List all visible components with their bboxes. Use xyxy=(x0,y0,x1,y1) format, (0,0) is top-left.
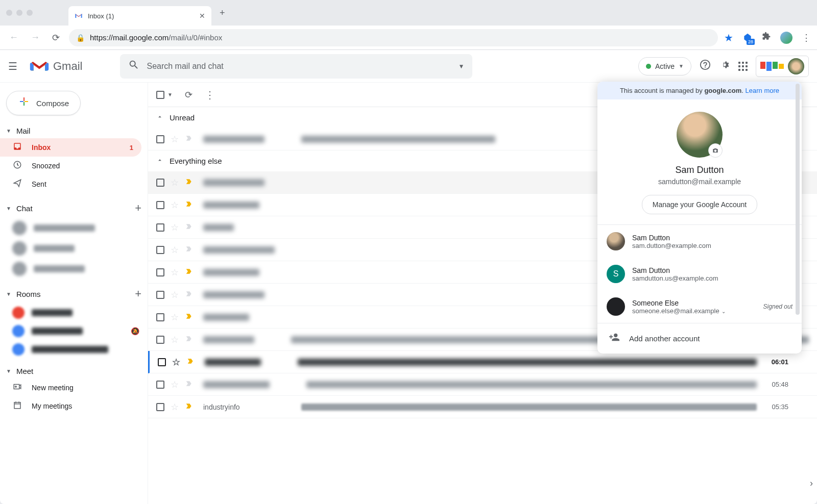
maximize-window[interactable] xyxy=(27,10,33,16)
star-icon[interactable]: ☆ xyxy=(171,134,179,145)
row-checkbox[interactable] xyxy=(156,268,164,276)
manage-account-button[interactable]: Manage your Google Account xyxy=(642,195,757,214)
close-window[interactable] xyxy=(6,10,12,16)
chat-section-header[interactable]: ▼ Chat + xyxy=(0,198,148,218)
sidebar-item-sent[interactable]: Sent xyxy=(0,175,141,193)
account-option[interactable]: S Sam Dutton samdutton.us@example.com xyxy=(597,258,802,290)
important-icon[interactable] xyxy=(185,380,193,390)
sidebar-item-inbox[interactable]: Inbox 1 xyxy=(0,138,141,157)
important-icon[interactable] xyxy=(185,245,193,255)
collapse-icon xyxy=(156,157,163,165)
learn-more-link[interactable]: Learn more xyxy=(746,87,779,94)
bookmark-star-icon[interactable]: ★ xyxy=(724,32,733,44)
forward-button[interactable]: → xyxy=(28,29,43,46)
google-apps-icon[interactable] xyxy=(738,62,748,71)
star-icon[interactable]: ☆ xyxy=(171,244,179,256)
star-icon[interactable]: ☆ xyxy=(171,267,179,278)
important-icon[interactable] xyxy=(185,267,193,278)
star-icon[interactable]: ☆ xyxy=(171,222,179,233)
account-avatar xyxy=(607,297,625,316)
star-icon[interactable]: ☆ xyxy=(171,199,179,211)
minimize-window[interactable] xyxy=(16,10,22,16)
row-checkbox[interactable] xyxy=(156,381,164,389)
star-icon[interactable]: ☆ xyxy=(171,379,179,390)
star-icon[interactable]: ☆ xyxy=(171,177,179,188)
change-photo-button[interactable] xyxy=(708,143,723,158)
sidebar-item-snoozed[interactable]: Snoozed xyxy=(0,157,141,175)
email-row[interactable]: ☆06:01 xyxy=(148,351,817,373)
extensions-icon[interactable] xyxy=(762,32,771,43)
chat-contact[interactable] xyxy=(0,218,148,238)
star-icon[interactable]: ☆ xyxy=(171,334,179,345)
row-checkbox[interactable] xyxy=(158,358,166,366)
meet-section-header[interactable]: ▼ Meet xyxy=(0,364,148,379)
chat-logo-icon xyxy=(760,62,784,71)
back-button[interactable]: ← xyxy=(6,29,21,46)
star-icon[interactable]: ☆ xyxy=(171,401,179,413)
row-checkbox[interactable] xyxy=(156,246,164,254)
chat-contact[interactable] xyxy=(0,238,148,259)
search-mail-input[interactable]: Search mail and chat ▼ xyxy=(120,54,472,79)
add-account-button[interactable]: Add another account xyxy=(597,323,802,354)
main-menu-icon[interactable]: ☰ xyxy=(8,60,17,72)
more-actions-icon[interactable]: ⋮ xyxy=(205,89,215,101)
row-checkbox[interactable] xyxy=(156,223,164,232)
room-item[interactable] xyxy=(0,340,148,359)
room-item[interactable] xyxy=(0,304,148,322)
search-options-icon[interactable]: ▼ xyxy=(459,63,465,70)
browser-tab[interactable]: Inbox (1) ✕ xyxy=(68,6,211,26)
room-item[interactable]: 🔕 xyxy=(0,322,148,340)
video-plus-icon xyxy=(12,382,22,394)
side-panel-toggle-icon[interactable]: › xyxy=(810,478,813,489)
star-icon[interactable]: ☆ xyxy=(171,312,179,323)
support-icon[interactable] xyxy=(700,59,711,73)
address-bar[interactable]: 🔒 https://mail.google.com/mail/u/0/#inbo… xyxy=(69,29,718,46)
important-icon[interactable] xyxy=(185,312,193,322)
chat-contact[interactable] xyxy=(0,259,148,279)
new-tab-button[interactable]: + xyxy=(220,8,225,18)
important-icon[interactable] xyxy=(185,134,193,144)
scrollbar[interactable] xyxy=(796,84,800,315)
row-checkbox[interactable] xyxy=(156,291,164,299)
important-icon[interactable] xyxy=(185,290,193,300)
add-room-button[interactable]: + xyxy=(135,287,141,300)
account-option[interactable]: Someone Else someone.else@mail.example⌄ … xyxy=(597,290,802,323)
rooms-section-header[interactable]: ▼ Rooms + xyxy=(0,284,148,304)
important-icon[interactable] xyxy=(185,200,193,210)
chat-app-switcher[interactable] xyxy=(756,56,809,77)
sidebar-item-my-meetings[interactable]: My meetings xyxy=(0,397,141,415)
sidebar-item-new-meeting[interactable]: New meeting xyxy=(0,379,141,397)
status-selector[interactable]: Active ▼ xyxy=(638,57,691,75)
gmail-logo[interactable]: Gmail xyxy=(30,59,82,73)
profile-name: Sam Dutton xyxy=(606,165,794,175)
add-chat-button[interactable]: + xyxy=(135,201,141,215)
browser-menu-icon[interactable]: ⋮ xyxy=(802,32,811,43)
mail-section-header[interactable]: ▼ Mail xyxy=(0,123,148,138)
star-icon[interactable]: ☆ xyxy=(172,357,180,368)
important-icon[interactable] xyxy=(185,178,193,188)
select-all-checkbox[interactable]: ▼ xyxy=(156,91,173,99)
settings-icon[interactable] xyxy=(719,59,730,73)
close-tab-icon[interactable]: ✕ xyxy=(199,12,205,20)
row-checkbox[interactable] xyxy=(156,201,164,209)
extension-icon[interactable]: 28 xyxy=(742,33,753,43)
row-checkbox[interactable] xyxy=(156,336,164,344)
row-checkbox[interactable] xyxy=(156,403,164,411)
important-icon[interactable] xyxy=(186,357,195,367)
row-checkbox[interactable] xyxy=(156,135,164,143)
account-avatar[interactable] xyxy=(788,58,804,74)
important-icon[interactable] xyxy=(185,402,193,412)
row-checkbox[interactable] xyxy=(156,179,164,187)
email-row[interactable]: ☆industryinfo05:35 xyxy=(148,396,817,418)
row-checkbox[interactable] xyxy=(156,313,164,321)
star-icon[interactable]: ☆ xyxy=(171,289,179,300)
compose-button[interactable]: Compose xyxy=(6,91,81,115)
important-icon[interactable] xyxy=(185,335,193,345)
important-icon[interactable] xyxy=(185,222,193,233)
email-row[interactable]: ☆05:48 xyxy=(148,373,817,396)
collapse-icon xyxy=(156,113,163,122)
reload-button[interactable]: ⟳ xyxy=(49,29,63,46)
refresh-icon[interactable]: ⟳ xyxy=(185,89,193,100)
account-option[interactable]: Sam Dutton sam.dutton@example.com xyxy=(597,225,802,258)
profile-avatar-icon[interactable] xyxy=(780,32,792,44)
